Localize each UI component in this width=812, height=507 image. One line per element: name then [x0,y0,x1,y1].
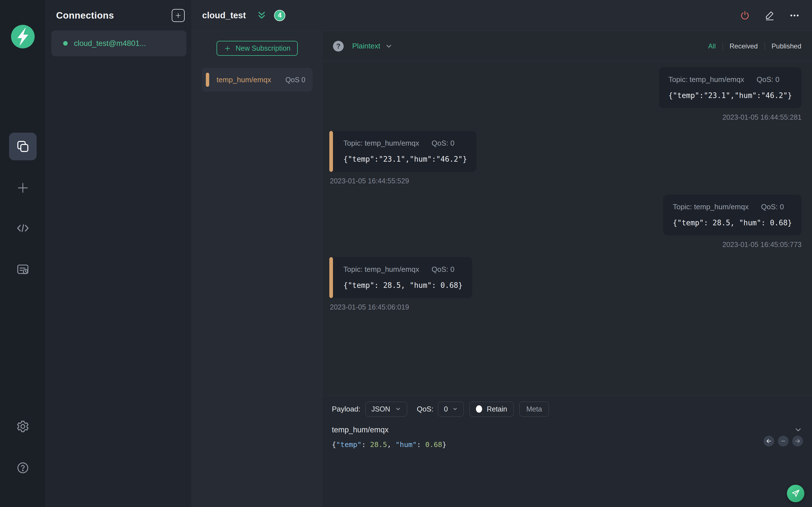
sidebar-item-log[interactable] [16,263,30,276]
editor-token: 0.68 [425,441,442,449]
clear-button[interactable] [778,436,789,446]
connection-list-item[interactable]: cloud_test@m4801... [51,31,186,56]
connection-header: cloud_test 4 [192,0,812,31]
payload-editor[interactable]: {"temp": 28.5, "hum": 0.68} [322,438,812,449]
chevron-down-icon [395,406,401,412]
gear-icon [16,420,30,433]
new-connection-button[interactable] [172,9,185,22]
subscription-item[interactable]: temp_hum/emqx QoS 0 [202,68,313,92]
message-format-select[interactable]: Plaintext [352,42,380,50]
connection-title: cloud_test [202,10,246,20]
editor-token: 28.5 [370,441,387,449]
sidebar-item-help[interactable] [16,461,30,474]
message-payload: {"temp": 28.5, "hum": 0.68} [343,281,463,290]
paper-plane-icon [791,489,801,498]
payload-label: Payload: [332,405,360,413]
plus-icon [224,45,231,52]
retain-label: Retain [487,405,507,413]
send-button[interactable] [787,485,804,502]
message-topic: Topic: temp_hum/emqx [673,203,749,211]
ellipsis-icon [790,10,800,20]
qos-label: QoS: [417,405,434,413]
editor-token: : [417,441,425,449]
connections-panel: Connections cloud_test@m4801... [46,0,192,507]
subscriptions-column: New Subscription temp_hum/emqx QoS 0 [192,31,322,507]
editor-token: } [442,441,446,449]
sidebar-item-settings[interactable] [16,420,30,433]
pencil-icon [765,10,775,20]
publish-topic-input[interactable]: temp_hum/emqx [332,426,389,434]
message-payload: {"temp":"23.1","hum":"46.2"} [668,91,792,100]
filter-received[interactable]: Received [730,42,758,50]
qos-value: 0 [444,405,448,413]
filter-all[interactable]: All [708,42,716,50]
arrow-right-icon [794,438,801,445]
payload-format-value: JSON [371,405,390,413]
log-icon [16,263,30,276]
filter-separator [765,42,765,50]
message-qos: QoS: 0 [432,139,455,147]
sidebar-item-connections[interactable] [9,133,37,160]
payload-format-select[interactable]: JSON [365,402,407,416]
connections-title: Connections [56,10,114,21]
new-subscription-button[interactable]: New Subscription [216,41,298,56]
help-icon [16,461,30,474]
editor-token: , [387,441,396,449]
new-subscription-label: New Subscription [236,44,291,52]
retain-dot-icon [476,405,482,413]
history-back-button[interactable] [763,436,774,446]
meta-label: Meta [526,405,542,413]
plus-icon [174,12,182,19]
disconnect-button[interactable] [739,10,751,21]
payload-format-help-icon[interactable]: ? [333,41,344,52]
minus-icon [780,438,786,445]
message-bubble: Topic: temp_hum/emqxQoS: 0 {"temp": 28.5… [330,257,472,298]
meta-button[interactable]: Meta [519,402,549,416]
editor-token: "temp" [336,441,361,449]
editor-token: { [332,441,336,449]
filter-published[interactable]: Published [772,42,801,50]
chevron-down-icon [452,406,458,412]
chevron-down-icon[interactable] [385,42,393,50]
code-icon [16,221,30,235]
subscription-color-bar [206,73,209,87]
message-count-badge: 4 [274,10,285,21]
message-timestamp: 2023-01-05 16:44:55:281 [659,113,802,121]
message-timestamp: 2023-01-05 16:45:05:773 [663,240,802,249]
message-topic: Topic: temp_hum/emqx [343,139,419,147]
messages-column: ? Plaintext All Received Published [322,31,812,507]
mqttx-logo [11,25,35,48]
publish-topic-row: temp_hum/emqx [322,422,812,438]
retain-toggle[interactable]: Retain [469,402,513,416]
bolt-icon [11,25,35,48]
connected-status-dot [63,41,68,46]
message-timestamp: 2023-01-05 16:44:55:529 [330,177,476,185]
subscription-qos: QoS 0 [285,76,305,84]
collapse-panel-chevron-icon[interactable] [794,426,802,434]
collapse-chevrons-icon[interactable] [257,10,267,20]
message-bubble: Topic: temp_hum/emqxQoS: 0 {"temp":"23.1… [330,131,476,172]
history-forward-button[interactable] [792,436,803,446]
editor-token: "hum" [396,441,417,449]
received-message: Topic: temp_hum/emqxQoS: 0 {"temp": 28.5… [330,257,472,311]
more-options-button[interactable] [789,10,800,21]
main-area: cloud_test 4 [192,0,812,507]
message-bubble: Topic: temp_hum/emqxQoS: 0 {"temp": 28.5… [663,194,802,235]
received-message: Topic: temp_hum/emqxQoS: 0 {"temp":"23.1… [330,131,476,185]
qos-select[interactable]: 0 [438,402,464,416]
received-accent-bar [329,131,333,172]
app-sidebar [0,0,46,507]
sidebar-item-script[interactable] [16,221,30,235]
message-payload: {"temp":"23.1","hum":"46.2"} [343,155,467,163]
published-message: Topic: temp_hum/emqxQoS: 0 {"temp": 28.5… [663,194,802,249]
plus-icon [16,181,30,194]
sidebar-item-new-connection[interactable] [16,181,30,194]
messages-toolbar: ? Plaintext All Received Published [322,31,812,61]
message-bubble: Topic: temp_hum/emqxQoS: 0 {"temp":"23.1… [659,67,802,108]
edit-connection-button[interactable] [764,10,775,21]
message-qos: QoS: 0 [757,75,779,83]
message-list: Topic: temp_hum/emqxQoS: 0 {"temp":"23.1… [322,61,812,396]
message-qos: QoS: 0 [432,265,455,274]
publish-panel: Payload: JSON QoS: 0 [322,396,812,507]
connections-panel-header: Connections [46,0,192,22]
